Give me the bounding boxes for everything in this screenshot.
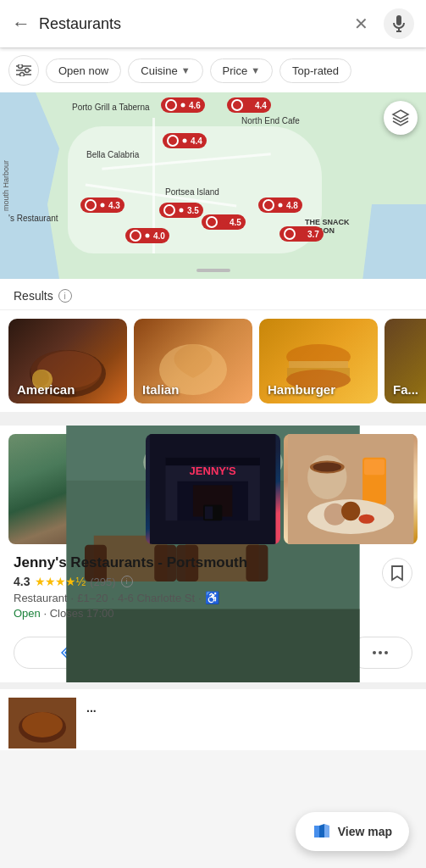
map-pin[interactable]: 4.5 [202,214,246,230]
restaurant-card: JENNY'S [0,419,426,682]
map-label-bella: Bella Calabria [86,150,139,159]
svg-point-76 [22,712,63,737]
svg-rect-60 [364,459,385,476]
svg-rect-45 [66,434,142,481]
svg-point-64 [358,515,374,524]
svg-rect-77 [314,826,319,837]
svg-rect-0 [396,15,401,25]
map-label-restaurant: 's Restaurant [8,214,58,223]
svg-rect-54 [205,506,213,519]
restaurant-name: Jenny's Restaurants - Portsmouth [14,554,412,571]
search-query[interactable]: Restaurants [39,15,346,33]
restaurant-type: Restaurant [14,592,68,604]
map-pin[interactable]: 4.4 [163,133,207,148]
map-pin[interactable]: 4.0 [125,228,169,243]
preview-info: ... [80,698,418,742]
svg-point-63 [341,502,360,520]
category-italian[interactable]: Italian [134,319,252,403]
svg-marker-24 [393,110,408,119]
restaurant-meta: Restaurant · £1–20 · 4-6 Charlotte St · … [14,591,412,604]
results-header: Results i [0,279,426,310]
accessibility-icon: ♿ [205,591,219,604]
map-pin[interactable]: 4.4 [227,97,271,113]
svg-point-8 [20,73,25,77]
search-input-container: Restaurants [39,15,346,33]
view-map-label: View map [338,825,392,838]
restaurant-info: Jenny's Restaurants - Portsmouth 4.3 ★★★… [0,544,426,630]
results-info-icon[interactable]: i [58,289,72,303]
review-count: (295) [90,576,115,588]
category-label-hamburger: Hamburger [268,382,335,397]
map-layers-button[interactable] [384,101,418,135]
restaurant-address: 4-6 Charlotte St [118,592,195,604]
restaurant-photo-interior[interactable] [8,434,142,544]
category-label-american: American [17,382,75,397]
map-label-portsea: Portsea Island [165,187,219,197]
rating-info-icon[interactable]: i [121,576,133,587]
filter-price[interactable]: Price ▼ [210,58,274,83]
map-drag-handle[interactable] [196,269,230,272]
category-scroll: American Italian Hamburger Fa... [0,310,426,419]
svg-point-20 [279,203,283,208]
star-rating: ★★★★½ [35,575,85,588]
map-label-north-end: North End Cafe [241,116,300,125]
filter-open-now[interactable]: Open now [46,58,121,83]
svg-rect-37 [94,536,143,544]
status-closes: · [43,607,49,620]
restaurant-rating-row: 4.3 ★★★★½ (295) i [14,575,412,588]
category-fastfood[interactable]: Fa... [385,319,426,403]
map-label-porto-grill: Porto Grill a Taberna [72,103,150,112]
chevron-down-icon: ▼ [181,65,191,75]
status-close-time: Closes 17:00 [50,607,114,620]
svg-point-23 [146,234,150,238]
search-bar: ← Restaurants ✕ [0,0,426,47]
preview-name: ... [86,701,411,715]
svg-point-18 [220,219,227,225]
svg-point-15 [101,203,105,208]
category-hamburger[interactable]: Hamburger [259,319,378,403]
restaurant-price: £1–20 [77,592,108,604]
map-pin[interactable]: 3.7 [279,226,324,242]
chevron-down-icon: ▼ [251,65,260,75]
map-view[interactable]: Porto Grill a Taberna North End Cafe Bel… [0,92,426,279]
svg-point-17 [180,209,184,213]
category-label-fastfood: Fa... [393,382,418,397]
map-pin[interactable]: 3.5 [159,203,203,218]
mic-button[interactable] [384,8,414,39]
rating-number: 4.3 [14,575,30,588]
restaurant-photos: JENNY'S [0,426,426,544]
filter-top-rated[interactable]: Top-rated [279,58,351,83]
map-pin[interactable]: 4.3 [80,198,124,213]
restaurant-photo-food[interactable] [284,434,418,544]
status-open: Open [14,607,41,620]
svg-text:JENNY'S: JENNY'S [190,465,236,477]
clear-button[interactable]: ✕ [354,14,368,34]
svg-point-6 [19,64,23,69]
bookmark-button[interactable] [382,558,412,588]
filter-settings-button[interactable] [8,55,39,86]
bottom-restaurant-preview[interactable]: ... [0,682,426,750]
restaurant-status: Open · Closes 17:00 [14,607,412,620]
filter-bar: Open now Cuisine ▼ Price ▼ Top-rated [0,47,426,92]
back-button[interactable]: ← [12,13,30,35]
category-american[interactable]: American [8,319,127,403]
map-pin[interactable]: 4.6 [161,97,205,113]
view-map-button[interactable]: View map [296,812,409,851]
svg-point-13 [183,139,187,143]
svg-marker-79 [324,824,329,837]
results-label: Results [14,289,53,303]
map-pin[interactable]: 4.8 [258,198,302,213]
filter-cuisine[interactable]: Cuisine ▼ [128,58,202,83]
map-label-harbour: mouth Harbour [2,160,10,211]
svg-point-11 [246,102,252,108]
restaurant-photo-exterior[interactable]: JENNY'S [146,434,279,544]
svg-point-21 [298,231,305,237]
svg-point-10 [181,103,185,108]
map-water-right [358,204,426,279]
preview-photo [8,698,76,748]
svg-point-58 [313,462,340,471]
svg-point-7 [25,69,30,73]
svg-marker-78 [319,824,324,837]
category-label-italian: Italian [142,382,179,397]
